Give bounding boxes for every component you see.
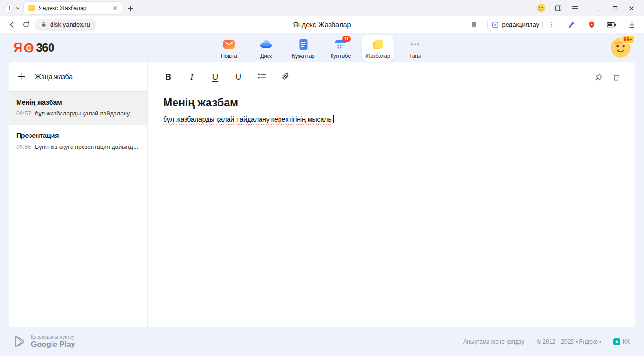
footer-links: Анықтама және қолдау © 2012—2025 «Яндекс… — [463, 338, 630, 345]
download-caption: Қосымшаны жүктеу — [31, 335, 75, 340]
google-play-icon — [14, 335, 26, 348]
nav-label-notes: Жазбалар — [365, 53, 390, 59]
new-note-button[interactable]: Жаңа жазба — [9, 62, 147, 92]
edit-button-label: редакциялау — [502, 21, 539, 28]
nav-label-more: Тағы — [409, 53, 421, 59]
pin-note-button[interactable] — [595, 73, 603, 82]
nav-item-notes[interactable]: Жазбалар — [362, 35, 394, 62]
panels-icon[interactable] — [554, 4, 562, 12]
nav-item-mail[interactable]: Пошта — [213, 35, 245, 62]
shield-protect-icon[interactable] — [585, 18, 598, 31]
tab-bar: 1 Яндекс Жазбалар — [0, 0, 644, 16]
main-area: Жаңа жазба Менің жазбам 09:57 бұл жазбал… — [0, 62, 644, 327]
documents-icon — [297, 38, 310, 51]
delete-note-button[interactable] — [613, 73, 620, 82]
battery-icon[interactable] — [605, 18, 618, 31]
window-maximize-button[interactable] — [607, 1, 623, 15]
page-title: Яндекс Жазбалар — [293, 21, 351, 29]
google-play-link[interactable]: Қосымшаны жүктеу Google Play — [14, 335, 75, 349]
notes-app-content: Жаңа жазба Менің жазбам 09:57 бұл жазбал… — [9, 62, 635, 327]
language-code: КК — [623, 338, 630, 345]
edit-pencil-icon — [492, 21, 499, 28]
note-item-title: Презентация — [16, 132, 140, 139]
store-name: Google Play — [31, 340, 75, 349]
text-caret — [333, 115, 334, 123]
window-close-button[interactable] — [623, 1, 639, 15]
window-minimize-button[interactable] — [591, 1, 607, 15]
chevron-down-icon — [15, 6, 20, 10]
copyright-text: © 2012—2025 «Яндекс» — [537, 338, 601, 345]
note-list-item[interactable]: Менің жазбам 09:57 бұл жазбаларды қалай … — [9, 92, 147, 125]
nav-label-mail: Пошта — [221, 53, 237, 59]
note-item-time: 09:55 — [16, 144, 31, 150]
disk-icon — [260, 38, 272, 51]
nav-label-calendar: Күнтізбе — [331, 53, 351, 59]
address-bar[interactable]: disk.yandex.ru — [35, 19, 96, 31]
mini-avatar[interactable] — [536, 3, 546, 13]
plus-icon — [17, 73, 25, 81]
nav-label-disk: Диск — [260, 53, 272, 59]
yandex-360-logo[interactable]: Я 360 — [13, 41, 54, 55]
notes-favicon-icon — [28, 5, 35, 11]
app-footer: Қосымшаны жүктеу Google Play Анықтама жә… — [0, 327, 644, 356]
language-switcher[interactable]: КК — [613, 338, 630, 345]
note-item-title: Менің жазбам — [16, 98, 140, 106]
tab-title: Яндекс Жазбалар — [39, 5, 109, 11]
tab-group-count[interactable]: 1 — [5, 4, 14, 13]
attach-file-button[interactable] — [280, 72, 291, 83]
language-icon — [613, 338, 620, 345]
lock-icon — [41, 21, 47, 28]
logo-emblem-icon — [23, 42, 34, 53]
logo-360-text: 360 — [36, 41, 54, 54]
services-nav: Пошта Диск Құжаттар — [213, 35, 431, 62]
mail-icon — [223, 38, 235, 51]
reload-button[interactable] — [19, 18, 32, 31]
user-avatar[interactable]: 99+ — [611, 38, 631, 58]
bold-button[interactable]: B — [163, 73, 174, 82]
help-support-link[interactable]: Анықтама және қолдау — [463, 338, 524, 345]
window-controls — [591, 1, 639, 15]
notifications-badge: 99+ — [621, 35, 635, 44]
format-toolbar: B I U U — [163, 62, 620, 93]
kebab-menu-icon[interactable] — [546, 20, 556, 30]
logo-ya-letter: Я — [13, 41, 22, 55]
nav-item-disk[interactable]: Диск — [250, 35, 282, 62]
tab-group-indicator[interactable]: 1 — [5, 4, 20, 13]
browser-toolbar: disk.yandex.ru Яндекс Жазбалар редакциял… — [0, 16, 644, 33]
downloads-icon[interactable] — [625, 18, 638, 31]
new-note-label: Жаңа жазба — [35, 73, 73, 81]
note-title-field[interactable]: Менің жазбам — [163, 96, 620, 109]
pen-tool-icon[interactable] — [565, 18, 578, 31]
edit-mode-button[interactable]: редакциялау — [487, 19, 558, 31]
menu-icon[interactable] — [571, 4, 579, 12]
new-tab-button[interactable] — [127, 5, 134, 11]
nav-label-docs: Құжаттар — [292, 53, 314, 59]
note-editor: B I U U — [148, 62, 635, 327]
note-item-snippet: Бүгін сіз оқуға презентация дайында... — [35, 144, 140, 150]
tab-close-icon[interactable] — [113, 6, 117, 10]
nav-item-docs[interactable]: Құжаттар — [288, 35, 319, 62]
browser-tab[interactable]: Яндекс Жазбалар — [24, 2, 122, 14]
calendar-badge: 11 — [342, 36, 351, 42]
bookmark-icon[interactable] — [467, 18, 480, 31]
service-header: Я 360 Пошта Диск — [0, 33, 644, 62]
pill-divider — [542, 21, 543, 29]
note-actions — [595, 73, 620, 82]
italic-button[interactable]: I — [187, 73, 197, 82]
note-list-item[interactable]: Презентация 09:55 Бүгін сіз оқуға презен… — [9, 125, 147, 158]
back-button[interactable] — [6, 18, 19, 31]
note-item-time: 09:57 — [16, 110, 31, 117]
note-body-text: бұл жазбаларды қалай пайдалану керектігі… — [163, 115, 332, 123]
notes-icon — [372, 38, 384, 51]
strikethrough-button[interactable]: U — [233, 73, 244, 82]
underline-button[interactable]: U — [210, 73, 220, 82]
bullet-list-button[interactable] — [257, 73, 267, 83]
nav-item-calendar[interactable]: 11 Күнтізбе — [325, 35, 356, 62]
tabbar-right-controls — [536, 1, 639, 15]
note-item-snippet: бұл жазбаларды қалай пайдалану ке... — [35, 110, 140, 117]
nav-item-more[interactable]: Тағы — [399, 35, 431, 62]
note-body-field[interactable]: бұл жазбаларды қалай пайдалану керектігі… — [163, 115, 620, 123]
toolbar-right-controls: редакциялау — [467, 18, 638, 31]
address-text: disk.yandex.ru — [50, 21, 90, 28]
notes-sidebar: Жаңа жазба Менің жазбам 09:57 бұл жазбал… — [9, 62, 148, 327]
